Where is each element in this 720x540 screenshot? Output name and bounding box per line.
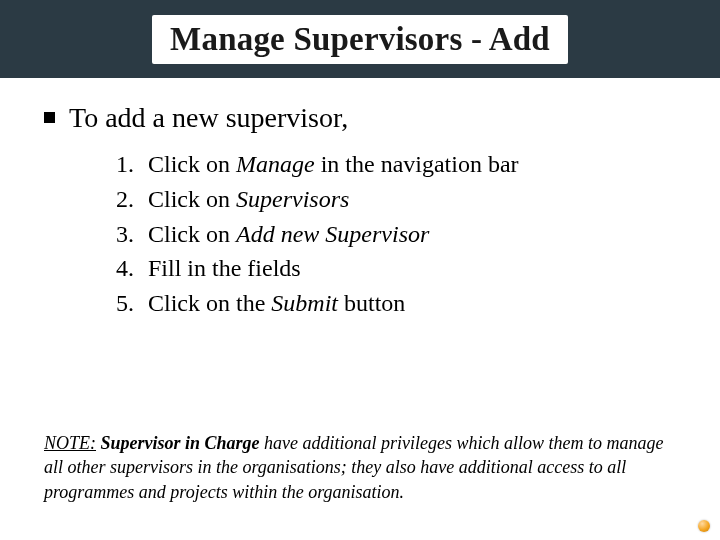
list-item: 4. Fill in the fields bbox=[112, 251, 676, 286]
step-pre: Click on bbox=[148, 151, 236, 177]
content-area: To add a new supervisor, 1. Click on Man… bbox=[0, 78, 720, 321]
lead-row: To add a new supervisor, bbox=[44, 100, 676, 135]
step-pre: Fill in the fields bbox=[148, 255, 301, 281]
step-number: 3. bbox=[112, 217, 134, 252]
page-title: Manage Supervisors - Add bbox=[170, 21, 550, 58]
list-item: 2. Click on Supervisors bbox=[112, 182, 676, 217]
step-number: 2. bbox=[112, 182, 134, 217]
bullet-square-icon bbox=[44, 112, 55, 123]
step-number: 5. bbox=[112, 286, 134, 321]
lead-text: To add a new supervisor, bbox=[69, 100, 348, 135]
list-item: 3. Click on Add new Supervisor bbox=[112, 217, 676, 252]
step-number: 1. bbox=[112, 147, 134, 182]
step-text: Click on the Submit button bbox=[148, 286, 405, 321]
step-text: Fill in the fields bbox=[148, 251, 301, 286]
slide: Manage Supervisors - Add To add a new su… bbox=[0, 0, 720, 540]
steps-list: 1. Click on Manage in the navigation bar… bbox=[112, 147, 676, 321]
title-box: Manage Supervisors - Add bbox=[152, 15, 568, 64]
step-text: Click on Add new Supervisor bbox=[148, 217, 429, 252]
note-label: NOTE: bbox=[44, 433, 96, 453]
step-text: Click on Supervisors bbox=[148, 182, 349, 217]
step-pre: Click on bbox=[148, 186, 236, 212]
step-pre: Click on bbox=[148, 221, 236, 247]
title-band: Manage Supervisors - Add bbox=[0, 0, 720, 78]
note-paragraph: NOTE: Supervisor in Charge have addition… bbox=[44, 431, 676, 504]
step-em: Supervisors bbox=[236, 186, 349, 212]
step-em: Add new Supervisor bbox=[236, 221, 429, 247]
step-em: Manage bbox=[236, 151, 315, 177]
step-em: Submit bbox=[271, 290, 338, 316]
step-number: 4. bbox=[112, 251, 134, 286]
list-item: 5. Click on the Submit button bbox=[112, 286, 676, 321]
step-post: in the navigation bar bbox=[315, 151, 519, 177]
note-strong: Supervisor in Charge bbox=[101, 433, 260, 453]
list-item: 1. Click on Manage in the navigation bar bbox=[112, 147, 676, 182]
step-text: Click on Manage in the navigation bar bbox=[148, 147, 519, 182]
step-post: button bbox=[338, 290, 405, 316]
corner-dot-icon bbox=[698, 520, 710, 532]
step-pre: Click on the bbox=[148, 290, 271, 316]
